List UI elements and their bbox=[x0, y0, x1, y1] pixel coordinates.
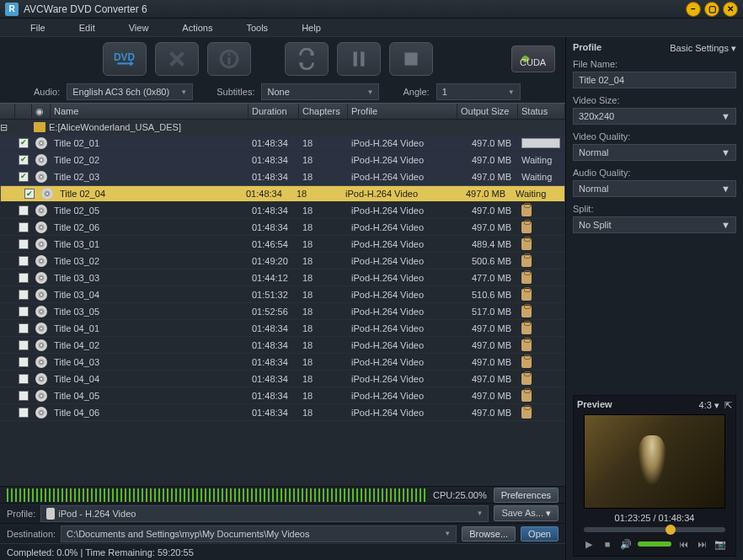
videoq-value: Normal bbox=[579, 147, 608, 157]
browse-button[interactable]: Browse... bbox=[462, 526, 516, 541]
videosize-select[interactable]: 320x240▼ bbox=[573, 108, 736, 125]
row-checkbox[interactable] bbox=[19, 290, 29, 300]
destination-row: Destination: C:\Documents and Settings\m… bbox=[0, 523, 565, 543]
volume-slider[interactable] bbox=[638, 541, 671, 547]
row-checkbox[interactable] bbox=[19, 239, 29, 249]
menu-file[interactable]: File bbox=[13, 20, 62, 35]
chevron-down-icon: ▼ bbox=[476, 509, 483, 517]
col-chapters[interactable]: Chapters bbox=[299, 104, 348, 119]
col-name[interactable]: Name bbox=[51, 104, 249, 119]
table-row[interactable]: Title 02_0201:48:3418iPod-H.264 Video497… bbox=[0, 152, 565, 168]
convert-button[interactable] bbox=[285, 42, 329, 76]
split-select[interactable]: No Split▼ bbox=[573, 216, 736, 233]
row-checkbox[interactable] bbox=[19, 172, 29, 182]
row-checkbox[interactable] bbox=[19, 391, 29, 401]
menu-help[interactable]: Help bbox=[285, 20, 338, 35]
clipboard-icon bbox=[521, 289, 532, 301]
table-row[interactable]: Title 03_0101:46:5418iPod-H.264 Video489… bbox=[0, 236, 565, 253]
close-button[interactable]: ✕ bbox=[723, 2, 738, 17]
row-duration: 01:48:34 bbox=[249, 152, 299, 168]
row-checkbox[interactable] bbox=[19, 155, 29, 165]
row-size: 500.6 MB bbox=[457, 253, 518, 269]
subtitles-select[interactable]: None▼ bbox=[261, 83, 379, 100]
row-checkbox[interactable] bbox=[19, 205, 29, 216]
info-button[interactable] bbox=[207, 42, 251, 76]
status-text: Waiting bbox=[516, 189, 546, 199]
row-checkbox[interactable] bbox=[19, 357, 29, 367]
cuda-button[interactable]: CUDA bbox=[511, 45, 555, 72]
table-row[interactable]: Title 02_0301:48:3418iPod-H.264 Video497… bbox=[0, 168, 565, 185]
pause-button[interactable] bbox=[337, 42, 381, 76]
table-row[interactable]: Title 03_0401:51:3218iPod-H.264 Video510… bbox=[0, 286, 565, 303]
table-row[interactable]: Title 02_0101:48:3418iPod-H.264 Video497… bbox=[0, 135, 565, 152]
row-checkbox[interactable] bbox=[19, 323, 29, 333]
popout-icon[interactable]: ⇱ bbox=[724, 400, 732, 410]
snapshot-button[interactable]: 📷 bbox=[714, 537, 727, 551]
open-button[interactable]: Open bbox=[521, 526, 559, 541]
table-row[interactable]: Title 02_0601:48:3418iPod-H.264 Video497… bbox=[0, 219, 565, 236]
menu-view[interactable]: View bbox=[112, 20, 166, 35]
clipboard-icon bbox=[521, 306, 532, 317]
profile-row: Profile: iPod - H.264 Video ▼ Save As...… bbox=[0, 503, 565, 523]
table-row[interactable]: Title 04_0401:48:3418iPod-H.264 Video497… bbox=[0, 371, 565, 387]
row-checkbox[interactable] bbox=[19, 273, 29, 283]
row-checkbox[interactable] bbox=[19, 340, 29, 350]
videoq-select[interactable]: Normal▼ bbox=[573, 144, 736, 161]
table-row[interactable]: Title 04_0501:48:3418iPod-H.264 Video497… bbox=[0, 387, 565, 404]
menu-edit[interactable]: Edit bbox=[62, 20, 112, 35]
next-frame-button[interactable]: ⏭ bbox=[695, 537, 708, 551]
preview-ratio[interactable]: 4:3 ▾ ⇱ bbox=[699, 400, 732, 411]
row-checkbox[interactable] bbox=[19, 374, 29, 384]
table-row[interactable]: Title 04_0101:48:3418iPod-H.264 Video497… bbox=[0, 320, 565, 337]
profile-select[interactable]: iPod - H.264 Video ▼ bbox=[40, 505, 489, 522]
collapse-icon[interactable]: ⊟ bbox=[0, 122, 15, 133]
col-output-size[interactable]: Output Size bbox=[457, 104, 518, 119]
audio-select[interactable]: English AC3 6ch (0x80)▼ bbox=[67, 83, 193, 100]
table-row[interactable]: Title 02_0501:48:3418iPod-H.264 Video497… bbox=[0, 202, 565, 219]
col-status[interactable]: Status bbox=[518, 104, 565, 119]
filename-field[interactable]: Title 02_04 bbox=[573, 72, 736, 88]
table-row[interactable]: Title 03_0301:44:1218iPod-H.264 Video477… bbox=[0, 269, 565, 286]
col-duration[interactable]: Duration bbox=[249, 104, 299, 119]
minimize-button[interactable]: − bbox=[686, 2, 701, 17]
prev-frame-button[interactable]: ⏮ bbox=[676, 537, 690, 551]
row-duration: 01:46:54 bbox=[249, 236, 299, 252]
table-row[interactable]: Title 02_0401:48:3418iPod-H.264 Video497… bbox=[0, 185, 565, 202]
table-row[interactable]: Title 04_0301:48:3418iPod-H.264 Video497… bbox=[0, 354, 565, 371]
row-checkbox[interactable] bbox=[19, 138, 29, 148]
row-checkbox[interactable] bbox=[19, 256, 29, 266]
preview-image[interactable] bbox=[584, 414, 725, 509]
row-name: Title 04_02 bbox=[51, 337, 249, 353]
row-profile: iPod-H.264 Video bbox=[348, 371, 457, 387]
menu-tools[interactable]: Tools bbox=[229, 20, 285, 35]
row-checkbox[interactable] bbox=[19, 307, 29, 317]
row-checkbox[interactable] bbox=[19, 408, 29, 418]
delete-button[interactable] bbox=[155, 42, 199, 76]
table-row[interactable]: Title 04_0201:48:3418iPod-H.264 Video497… bbox=[0, 337, 565, 354]
play-button[interactable]: ▶ bbox=[582, 537, 596, 551]
row-checkbox[interactable] bbox=[19, 222, 29, 232]
row-checkbox[interactable] bbox=[24, 189, 35, 199]
row-chapters: 18 bbox=[299, 168, 348, 184]
audioq-select[interactable]: Normal▼ bbox=[573, 180, 736, 197]
col-profile[interactable]: Profile bbox=[348, 104, 457, 119]
open-dvd-button[interactable]: DVD bbox=[103, 42, 147, 76]
angle-select[interactable]: 1▼ bbox=[436, 83, 521, 100]
stop-preview-button[interactable]: ■ bbox=[601, 537, 614, 551]
maximize-button[interactable]: ▢ bbox=[704, 2, 719, 17]
table-row[interactable]: Title 03_0201:49:2018iPod-H.264 Video500… bbox=[0, 253, 565, 269]
stop-button[interactable] bbox=[389, 42, 433, 76]
preferences-button[interactable]: Preferences bbox=[494, 488, 559, 503]
title-table[interactable]: ⊟E:[AliceWonderland_USA_DES]Title 02_010… bbox=[0, 120, 565, 486]
destination-field[interactable]: C:\Documents and Settings\myp\My Documen… bbox=[61, 525, 457, 542]
table-row[interactable]: Title 03_0501:52:5618iPod-H.264 Video517… bbox=[0, 303, 565, 320]
row-profile: iPod-H.264 Video bbox=[348, 303, 457, 319]
chevron-down-icon: ▼ bbox=[721, 147, 730, 157]
preview-slider[interactable] bbox=[584, 527, 725, 532]
panel-mode-toggle[interactable]: Basic Settings ▾ bbox=[670, 43, 736, 54]
table-row[interactable]: Title 04_0601:48:3418iPod-H.264 Video497… bbox=[0, 404, 565, 421]
menu-actions[interactable]: Actions bbox=[165, 20, 229, 35]
row-duration: 01:48:34 bbox=[249, 219, 299, 235]
save-as-button[interactable]: Save As... ▾ bbox=[494, 505, 559, 521]
volume-icon[interactable]: 🔊 bbox=[619, 537, 633, 551]
